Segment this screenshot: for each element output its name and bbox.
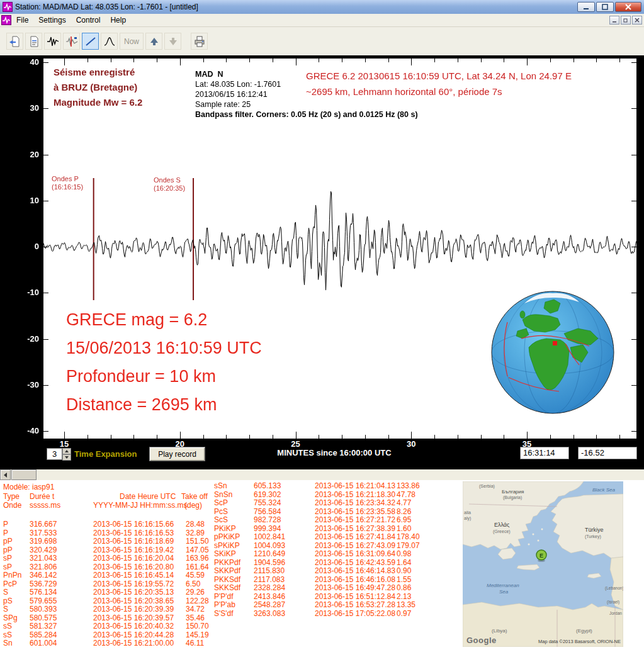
phase-row: sS581.3272013-06-15 16:20:40.32150.70 [3,622,220,630]
time-expansion-input[interactable] [47,448,62,460]
col-takeoff-unit: (deg) [184,501,202,510]
x-axis-label: 35 [514,439,539,449]
plot-area: Séisme enregistré à BRUZ (Bretagne) Magn… [43,58,637,439]
x-axis-title: MINUTES since 16:00:00 UTC [252,448,416,457]
horizontal-scrollbar[interactable] [0,469,644,480]
map-label: (Libya) [492,628,507,634]
diagonal-line-icon [84,35,97,48]
phase-row: PcS756.5842013-06-15 16:23:35.588.26 [214,507,463,516]
waveform-marker-icon [65,35,78,48]
mdi-restore-button[interactable] [621,16,631,25]
phase-row: S'S'df3263.0832013-06-15 17:05:22.080.97 [214,609,463,618]
filter-button[interactable] [101,33,118,50]
up-arrow-icon [65,450,69,452]
phase-table-left: P316.6672013-06-15 16:16:15.6628.48P317.… [3,520,220,647]
x-axis-label: 30 [398,439,424,449]
event-info: GRECE 6.2 20130615 16:10:59 UTC, Lat 34.… [306,68,572,99]
printer-icon [193,35,206,48]
scroll-up-button[interactable] [145,33,162,50]
mdi-close-button[interactable] [632,16,642,25]
current-time-display: 16:31:14 [520,447,569,459]
amplitude-display: -16.52 [578,447,637,459]
phase-row: PKKPdf1904.5962013-06-15 16:42:43.591.64 [214,558,463,567]
globe-image [490,289,616,415]
phase-row: P316.6672013-06-15 16:16:15.6628.48 [3,520,220,529]
extract-trace-button[interactable] [82,33,99,50]
expansion-up-button[interactable] [62,448,71,454]
menu-help[interactable]: Help [105,14,131,26]
map-label: (Bulgaria) [503,495,522,500]
titlebar: Station: MAD/MAD Lat: 48.035 Lon: -1.760… [0,0,644,14]
down-arrow-icon [65,456,69,459]
pick-phase-button[interactable] [63,33,80,50]
app-icon [3,2,13,12]
phase-row: P317.5332013-06-15 16:16:16.5332.89 [3,529,220,537]
phase-row: SnSn619.3022013-06-15 16:21:18.3047.78 [214,490,463,499]
toolbar: Now [0,27,644,55]
scroll-left-button[interactable] [0,469,11,480]
map-label: Sea [499,589,509,595]
menu-control[interactable]: Control [71,14,106,26]
phase-table-right: sSn605.1332013-06-15 16:21:04.13133.86Sn… [214,481,463,617]
y-axis-label: 20 [15,150,39,160]
phase-panel: Modèle: iasp91 Type Onde Durée t sssss.m… [0,480,644,650]
phase-row: P'P'ab2548.2872013-06-15 16:53:27.2813.3… [214,600,463,609]
up-arrow-icon [149,36,159,47]
time-expansion-label: Time Expansion [74,449,137,459]
scroll-down-button[interactable] [164,33,181,50]
phase-row: S576.1342013-06-15 16:20:35.1329.26 [3,588,220,597]
map-label: (Serbia) [479,484,495,489]
open-file-button[interactable] [6,33,23,50]
phase-row: ScP755.3242013-06-15 16:23:34.324.77 [214,498,463,507]
phase-row: pP320.4292013-06-15 16:16:19.42147.05 [3,546,220,554]
maximize-button[interactable] [596,2,614,12]
recording-note: Séisme enregistré à BRUZ (Bretagne) Magn… [54,65,142,110]
y-axis-label: 0 [15,242,39,252]
col-takeoff-header: Take off [181,492,208,501]
p-wave-label: Ondes P (16:16:15) [52,175,83,191]
phase-row: P'P'df2413.8462013-06-15 16:51:12.842.13 [214,592,463,601]
now-button[interactable]: Now [120,33,144,50]
map-label: Jordan [609,611,622,615]
waveform-icon [47,35,59,48]
phase-row: SKKSdf2328.2842013-06-15 16:49:47.280.86 [214,583,463,592]
left-arrow-icon [4,473,7,478]
google-logo: Google [466,636,497,645]
y-axis-label: 10 [15,196,39,206]
minimize-button[interactable] [577,2,595,12]
col-date-header: Date Heure UTC [120,492,176,501]
mdi-minimize-button[interactable] [609,16,619,25]
phase-row: SKiKP1210.6492013-06-15 16:31:09.640.98 [214,549,463,558]
helicorder-view-button[interactable] [44,33,61,50]
map-label: alia [464,510,471,515]
menu-settings[interactable]: Settings [33,14,71,26]
col-date-format: YYYY-MM-JJ HH:mm:ss.ms [93,501,188,510]
scrollbar-thumb[interactable] [11,469,37,480]
document-icon [1,15,11,25]
print-button[interactable] [191,33,208,50]
phase-row: sSn605.1332013-06-15 16:21:04.13133.86 [214,481,463,490]
y-axis-label: -10 [15,288,39,298]
close-button[interactable] [615,2,641,12]
window-title: Station: MAD/MAD Lat: 48.035 Lon: -1.760… [15,3,577,11]
phase-row: pS579.6552013-06-15 16:20:38.65122.28 [3,597,220,605]
save-view-button[interactable] [25,33,42,50]
phase-row: sS585.2842013-06-15 16:20:44.28145.19 [3,630,220,639]
phase-row: SPg580.5752013-06-15 16:20:39.5735.46 [3,614,220,622]
menu-file[interactable]: File [11,14,33,26]
play-record-button[interactable]: Play record [149,447,205,461]
map-label: Black Sea [592,487,616,493]
phase-row: sP321.0432013-06-15 16:16:20.04163.96 [3,554,220,563]
y-axis-label: -30 [15,380,39,390]
phase-row: PKiKP999.3942013-06-15 16:27:38.391.60 [214,524,463,533]
map-label: Türkiye [585,527,604,533]
map-label: (Egypt) [576,628,592,634]
x-axis-label: 15 [52,439,77,449]
s-wave-label: Ondes S (16:20:35) [154,176,185,193]
phase-row: ScS982.7282013-06-15 16:27:21.726.95 [214,515,463,524]
open-file-icon [9,35,21,48]
expansion-down-button[interactable] [62,454,71,461]
x-axis-label: 20 [167,439,193,449]
mdi-window-buttons [609,16,642,25]
location-map: E (Serbia)България(Bulgaria)Black Seaali… [463,481,623,647]
